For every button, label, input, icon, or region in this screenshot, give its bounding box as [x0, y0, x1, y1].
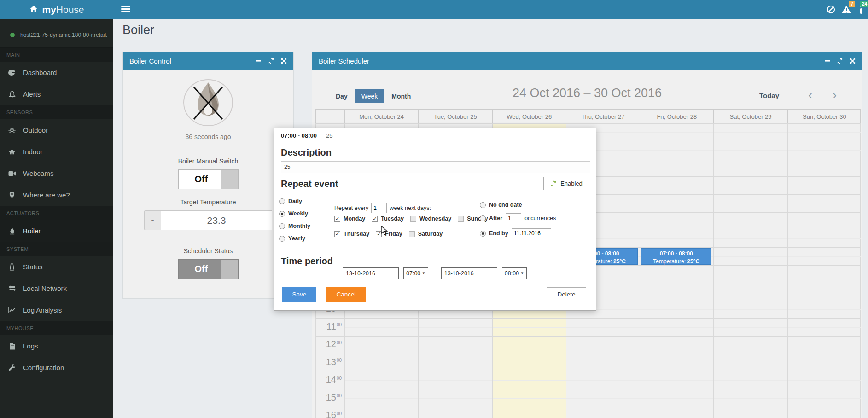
frequency-radio-group: Daily Weekly Monthly Yearly — [279, 198, 310, 242]
today-button[interactable]: Today — [759, 92, 779, 99]
sidebar-section-system: SYSTEM — [0, 242, 113, 256]
event-title: 25 — [326, 132, 332, 139]
end-date-input[interactable] — [441, 267, 497, 279]
refresh-icon[interactable] — [268, 58, 274, 64]
calendar-day-column[interactable] — [787, 123, 861, 418]
previous-week-button[interactable]: ‹ — [808, 88, 812, 102]
weekday-checkbox-row: ✓ Monday ✓ Tuesday Wednesday Sunday — [334, 215, 488, 222]
end-option-input[interactable] — [512, 228, 551, 238]
time-period-row: 07:00▼ – 08:00▼ — [343, 267, 527, 279]
chevron-down-icon: ▼ — [520, 271, 524, 275]
view-button-day[interactable]: Day — [329, 89, 355, 103]
checkbox-icon: ✓ — [334, 231, 340, 237]
event-editor-modal: 07:00 - 08:00 25 Description Repeat even… — [274, 128, 596, 311]
sidebar-item-label: Where are we? — [23, 191, 70, 199]
frequency-radio-monthly[interactable]: Monthly — [279, 223, 310, 229]
calendar-day-column[interactable] — [713, 123, 787, 418]
sidebar-section-myhouse: MYHOUSE — [0, 321, 113, 335]
toggle-handle[interactable] — [221, 260, 238, 279]
weekday-checkbox-thursday[interactable]: ✓ Thursday — [334, 231, 369, 237]
cancel-button[interactable]: Cancel — [326, 287, 366, 302]
sidebar-item-status[interactable]: Status — [0, 256, 113, 278]
calendar-day-header: Sat, October 29 — [713, 110, 787, 123]
calendar-day-column[interactable] — [640, 123, 713, 418]
sidebar-item-webcams[interactable]: Webcams — [0, 163, 113, 184]
end-time-select[interactable]: 08:00▼ — [502, 267, 527, 279]
weekday-checkbox-monday[interactable]: ✓ Monday — [334, 215, 365, 222]
repeat-enabled-button[interactable]: Enabled — [543, 177, 589, 190]
weekday-checkbox-friday[interactable]: ✓ Friday — [376, 231, 402, 237]
expand-icon[interactable] — [281, 58, 287, 64]
end-option-input[interactable] — [506, 213, 521, 223]
checkbox-icon — [458, 216, 464, 222]
hour-label: 1200 — [319, 339, 342, 349]
end-radio-no-end-date[interactable]: No end date — [480, 202, 556, 208]
calendar-day-header: Sun, October 30 — [787, 110, 861, 123]
info-icon[interactable]: 24 — [854, 0, 868, 19]
sidebar-item-configuration[interactable]: Configuration — [0, 357, 113, 378]
end-radio-end-by[interactable]: End by — [480, 228, 556, 238]
ban-icon[interactable] — [823, 0, 839, 19]
view-button-month[interactable]: Month — [384, 89, 418, 103]
app-logo[interactable]: myHouse — [0, 0, 113, 19]
swap-arrows-icon — [7, 285, 17, 292]
minimize-icon[interactable] — [256, 58, 262, 64]
checkbox-icon: ✓ — [334, 216, 340, 222]
sidebar-item-outdoor[interactable]: Outdoor — [0, 119, 113, 141]
expand-icon[interactable] — [850, 58, 856, 64]
repeat-every-suffix: week next days: — [390, 205, 431, 211]
last-update-text: 36 seconds ago — [123, 133, 293, 140]
delete-button[interactable]: Delete — [547, 287, 586, 301]
refresh-icon[interactable] — [837, 58, 843, 64]
frequency-radio-daily[interactable]: Daily — [279, 198, 310, 204]
radio-icon — [279, 236, 285, 242]
document-icon — [7, 343, 17, 350]
divider — [329, 196, 329, 258]
decrement-button[interactable]: - — [144, 210, 161, 230]
hamburger-menu-icon[interactable] — [121, 6, 130, 13]
divider — [474, 196, 474, 258]
boiler-off-flame-icon — [182, 79, 234, 127]
divider — [130, 238, 286, 238]
sidebar-item-dashboard[interactable]: Dashboard — [0, 62, 113, 83]
event-time-label: 07:00 - 08:00 — [641, 250, 711, 257]
start-date-input[interactable] — [343, 267, 399, 279]
calendar-event[interactable]: 07:00 - 08:00 Temperature: 25°C — [641, 248, 711, 265]
frequency-radio-weekly[interactable]: Weekly — [279, 210, 310, 217]
sidebar-item-local-network[interactable]: Local Network — [0, 278, 113, 299]
refresh-icon — [550, 180, 557, 187]
weekday-checkbox-row: ✓ Thursday ✓ Friday Saturday — [334, 231, 443, 237]
calendar-header-row: Mon, October 24Tue, October 25Wed, Octob… — [315, 109, 861, 123]
sidebar-item-boiler[interactable]: Boiler — [0, 220, 113, 242]
save-button[interactable]: Save — [282, 287, 316, 302]
frequency-radio-yearly[interactable]: Yearly — [279, 235, 310, 242]
description-input[interactable] — [281, 161, 590, 173]
sidebar-item-alerts[interactable]: Alerts — [0, 83, 113, 105]
topbar: myHouse 7 24 — [0, 0, 868, 19]
weekday-checkbox-saturday[interactable]: Saturday — [409, 231, 443, 237]
toggle-handle[interactable] — [221, 170, 238, 189]
weekday-checkbox-tuesday[interactable]: ✓ Tuesday — [372, 215, 404, 222]
view-button-week[interactable]: Week — [355, 89, 385, 103]
event-temperature-label: Temperature: 25°C — [641, 258, 711, 265]
sidebar-item-label: Alerts — [23, 90, 41, 98]
start-time-select[interactable]: 07:00▼ — [403, 267, 428, 279]
sidebar-item-log-analysis[interactable]: Log Analysis — [0, 299, 113, 321]
end-radio-after[interactable]: After occurrences — [480, 213, 556, 223]
alerts-warning-icon[interactable]: 7 — [839, 0, 854, 19]
sidebar-item-indoor[interactable]: Indoor — [0, 141, 113, 163]
sidebar-item-label: Dashboard — [23, 69, 57, 76]
info-badge: 24 — [860, 1, 868, 7]
boiler-manual-switch-toggle[interactable]: Off — [178, 169, 239, 189]
description-heading: Description — [281, 147, 332, 158]
minimize-icon[interactable] — [825, 58, 830, 64]
sidebar-item-logs[interactable]: Logs — [0, 335, 113, 357]
sidebar-item-where-are-we[interactable]: Where are we? — [0, 184, 113, 206]
divider — [130, 148, 286, 148]
weekday-checkbox-wednesday[interactable]: Wednesday — [410, 215, 451, 222]
video-camera-icon — [7, 170, 17, 177]
repeat-every-input[interactable] — [371, 203, 387, 213]
scheduler-status-toggle[interactable]: Off — [178, 259, 239, 279]
next-week-button[interactable]: › — [833, 88, 837, 102]
repeat-event-heading: Repeat event — [281, 179, 338, 189]
